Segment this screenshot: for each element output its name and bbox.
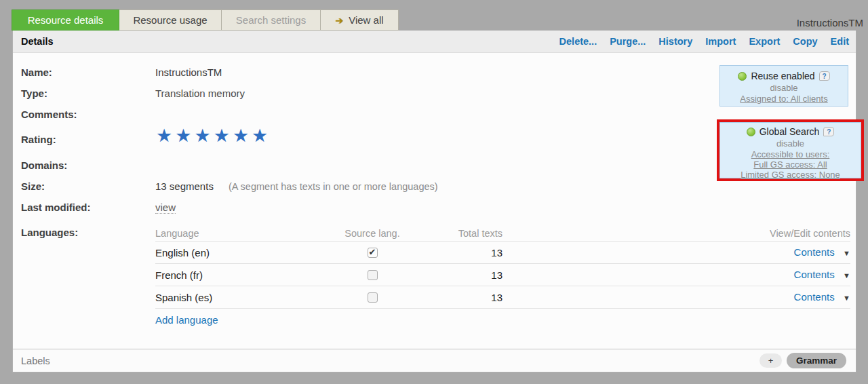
star-icon: ★	[214, 126, 233, 146]
global-search-box: Global Search ? disable Accessible to us…	[719, 122, 861, 178]
details-title: Details	[21, 36, 54, 47]
last-modified-value: view	[155, 201, 176, 213]
rating-stars[interactable]: ★★★★★★	[156, 127, 271, 145]
limited-gs-access-link[interactable]: Limited GS access: None	[720, 170, 861, 180]
total-texts-value: 13	[427, 247, 502, 258]
view-edit-contents-column-header: View/Edit contents	[770, 228, 850, 239]
details-panel: Details Delete... Purge... History Impor…	[12, 31, 856, 372]
status-green-icon	[738, 72, 747, 81]
delete-link[interactable]: Delete...	[559, 36, 597, 47]
type-label: Type:	[21, 88, 47, 99]
help-icon[interactable]: ?	[823, 127, 834, 136]
chevron-down-icon[interactable]: ▼	[843, 294, 850, 302]
domains-label: Domains:	[21, 159, 67, 171]
arrow-right-icon: ➔	[335, 15, 343, 26]
details-header-bar: Details Delete... Purge... History Impor…	[13, 31, 856, 53]
help-icon[interactable]: ?	[819, 71, 830, 81]
status-green-icon	[747, 128, 755, 136]
tab-resource-usage-label: Resource usage	[133, 14, 207, 26]
languages-table-header: Language Source lang. Total texts View/E…	[155, 225, 850, 242]
reuse-box-title: Reuse enabled	[751, 71, 814, 81]
star-icon: ★	[233, 126, 252, 146]
tab-view-all[interactable]: ➔ View all	[320, 9, 399, 31]
accessible-users-link[interactable]: Accessible to users:	[720, 149, 861, 159]
labels-actions: + Grammar	[760, 353, 846, 368]
tab-view-all-label: View all	[349, 14, 383, 26]
edit-link[interactable]: Edit	[831, 36, 849, 47]
copy-link[interactable]: Copy	[793, 36, 817, 47]
reuse-disable-link[interactable]: disable	[720, 82, 848, 94]
languages-table: Language Source lang. Total texts View/E…	[155, 225, 850, 309]
contents-link[interactable]: Contents	[794, 291, 835, 303]
global-box-title: Global Search	[760, 126, 820, 137]
chevron-down-icon[interactable]: ▼	[843, 249, 850, 257]
resource-title: InstructionsTM	[797, 17, 863, 28]
total-texts-value: 13	[427, 269, 502, 281]
star-icon: ★	[175, 126, 194, 146]
red-highlight-annotation: Global Search ? disable Accessible to us…	[717, 119, 864, 181]
languages-label: Languages:	[21, 227, 78, 238]
labels-title: Labels	[21, 356, 50, 366]
language-name: Spanish (es)	[155, 292, 318, 303]
table-row-french: French (fr) 13 Contents ▼	[155, 264, 850, 286]
add-language-link[interactable]: Add language	[155, 314, 218, 326]
tab-search-settings-label: Search settings	[236, 14, 306, 26]
add-label-button[interactable]: +	[760, 353, 782, 368]
contents-link[interactable]: Contents	[794, 269, 835, 280]
source-lang-column-header: Source lang.	[318, 228, 427, 239]
chevron-down-icon[interactable]: ▼	[843, 271, 850, 280]
language-name: English (en)	[155, 247, 318, 258]
assigned-to-link[interactable]: Assigned to: All clients	[720, 94, 848, 104]
star-icon: ★	[194, 126, 213, 146]
source-lang-checkbox[interactable]	[368, 270, 378, 280]
table-row-spanish: Spanish (es) 13 Contents ▼	[155, 286, 850, 309]
global-disable-link[interactable]: disable	[720, 138, 861, 149]
labels-bar: Labels + Grammar	[13, 349, 856, 372]
star-icon: ★	[156, 126, 175, 146]
type-value: Translation memory	[155, 88, 245, 99]
table-row-english: English (en) 13 Contents ▼	[155, 242, 850, 264]
size-count: 13 segments	[155, 180, 214, 192]
contents-link[interactable]: Contents	[794, 246, 835, 258]
view-link[interactable]: view	[155, 201, 176, 214]
grammar-label-button[interactable]: Grammar	[787, 353, 846, 368]
import-link[interactable]: Import	[705, 36, 736, 47]
export-link[interactable]: Export	[749, 36, 780, 47]
tab-search-settings[interactable]: Search settings	[221, 9, 321, 31]
total-texts-column-header: Total texts	[427, 228, 502, 239]
comments-label: Comments:	[21, 109, 77, 120]
last-modified-label: Last modified:	[21, 201, 91, 213]
full-gs-access-link[interactable]: Full GS access: All	[720, 159, 861, 170]
tab-resource-details-label: Resource details	[28, 14, 104, 26]
tab-resource-details[interactable]: Resource details	[12, 9, 119, 31]
name-label: Name:	[21, 66, 52, 78]
star-icon: ★	[252, 126, 271, 146]
size-value: 13 segments(A segment has texts in one o…	[155, 180, 438, 192]
tab-bar: Resource details Resource usage Search s…	[12, 9, 399, 31]
source-lang-checkbox[interactable]	[368, 292, 378, 303]
history-link[interactable]: History	[658, 36, 692, 47]
details-actions: Delete... Purge... History Import Export…	[559, 36, 849, 47]
purge-link[interactable]: Purge...	[610, 36, 646, 47]
rating-label: Rating:	[21, 134, 56, 145]
language-name: French (fr)	[155, 269, 318, 281]
name-value: InstructionsTM	[155, 66, 222, 78]
tab-resource-usage[interactable]: Resource usage	[119, 9, 222, 31]
size-note: (A segment has texts in one or more lang…	[229, 181, 438, 192]
language-column-header: Language	[155, 228, 318, 239]
total-texts-value: 13	[427, 292, 502, 303]
source-lang-checkbox[interactable]	[368, 248, 378, 258]
reuse-enabled-box: Reuse enabled ? disable Assigned to: All…	[719, 65, 848, 107]
size-label: Size:	[21, 180, 45, 192]
